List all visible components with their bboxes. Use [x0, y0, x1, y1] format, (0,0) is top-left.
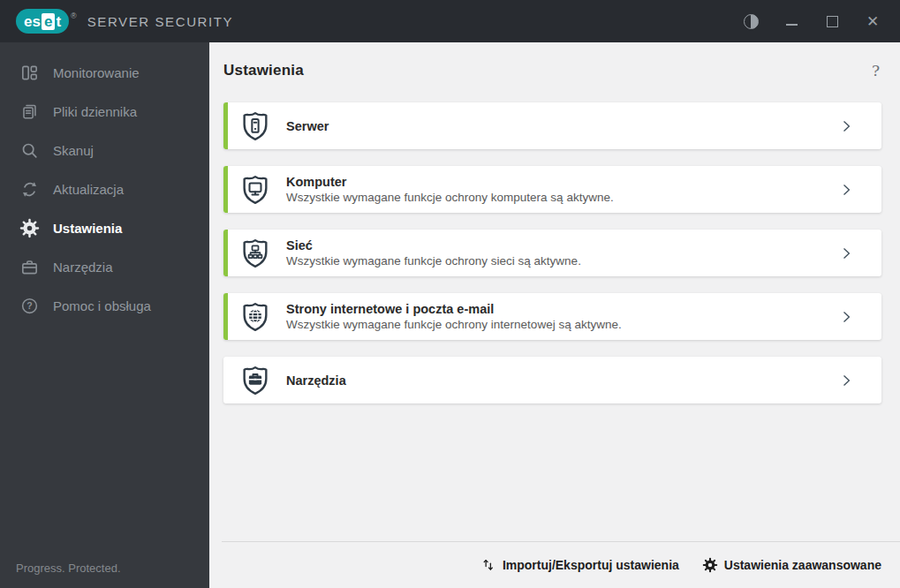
minimize-button[interactable] [780, 10, 803, 33]
shield-server-icon [238, 109, 272, 143]
sidebar-item-aktualizacja[interactable]: Aktualizacja [0, 170, 209, 208]
settings-card-serwer[interactable]: Serwer [223, 102, 881, 149]
chevron-right-icon [837, 372, 855, 389]
card-subtitle: Wszystkie wymagane funkcje ochrony sieci… [286, 254, 581, 268]
card-text: Narzędzia [286, 373, 346, 388]
maximize-button[interactable] [821, 10, 843, 33]
eset-logo: es e t ® SERVER SECURITY [16, 9, 233, 34]
card-text: Serwer [286, 119, 329, 133]
sidebar-item-narzedzia[interactable]: Narzędzia [0, 247, 209, 286]
sidebar-item-label: Pliki dziennika [53, 104, 137, 119]
logo-text-highlight: e [42, 13, 55, 30]
tagline: Progress. Protected. [16, 562, 121, 575]
sidebar-item-label: Aktualizacja [53, 182, 124, 197]
sidebar-item-label: Monitorowanie [53, 65, 140, 80]
sidebar: Monitorowanie Pliki dziennika [0, 42, 209, 588]
sidebar-item-label: Skanuj [53, 143, 94, 158]
dashboard-icon [19, 63, 40, 83]
settings-card-strony-internetowe[interactable]: Strony internetowe i poczta e-mail Wszys… [223, 293, 881, 340]
log-files-icon [19, 102, 40, 122]
card-text: Strony internetowe i poczta e-mail Wszys… [286, 302, 622, 331]
sidebar-item-pliki-dziennika[interactable]: Pliki dziennika [0, 92, 209, 131]
card-title: Strony internetowe i poczta e-mail [286, 302, 622, 316]
advanced-settings-button[interactable]: Ustawienia zaawansowane [702, 557, 881, 573]
titlebar: es e t ® SERVER SECURITY ✕ [0, 0, 900, 42]
card-title: Narzędzia [286, 373, 346, 388]
sidebar-item-pomoc-i-obsluga[interactable]: ? Pomoc i obsługa [0, 286, 209, 325]
chevron-right-icon [837, 181, 855, 199]
settings-card-komputer[interactable]: Komputer Wszystkie wymagane funkcje ochr… [223, 166, 881, 213]
shield-web-icon [238, 300, 272, 334]
help-icon[interactable]: ? [872, 62, 880, 79]
search-icon [19, 140, 40, 161]
sidebar-item-ustawienia[interactable]: Ustawienia [0, 208, 209, 247]
help-circle-icon: ? [19, 296, 40, 316]
card-subtitle: Wszystkie wymagane funkcje ochrony inter… [286, 318, 622, 331]
import-export-arrows-icon [480, 557, 496, 573]
sidebar-item-skanuj[interactable]: Skanuj [0, 131, 209, 170]
svg-text:?: ? [26, 300, 32, 311]
sidebar-item-monitorowanie[interactable]: Monitorowanie [0, 53, 209, 92]
import-export-settings-button[interactable]: Importuj/Eksportuj ustawienia [480, 557, 679, 573]
logo-text: t [56, 14, 61, 29]
shield-tools-icon [238, 364, 272, 397]
eset-logo-pill: es e t [16, 9, 69, 34]
sidebar-item-label: Narzędzia [53, 260, 113, 275]
app-window: es e t ® SERVER SECURITY ✕ [0, 0, 900, 588]
contrast-toggle-icon[interactable] [739, 10, 762, 33]
gear-icon [702, 557, 718, 573]
close-button[interactable]: ✕ [861, 10, 884, 33]
chevron-right-icon [837, 245, 855, 262]
card-title: Serwer [286, 119, 329, 133]
page-title: Ustawienia [223, 62, 304, 79]
card-text: Komputer Wszystkie wymagane funkcje ochr… [286, 175, 614, 204]
settings-card-list: Serwer [209, 99, 900, 420]
registered-mark: ® [71, 11, 77, 20]
shield-computer-icon [238, 173, 272, 207]
card-text: Sieć Wszystkie wymagane funkcje ochrony … [286, 238, 581, 268]
main-footer: Importuj/Eksportuj ustawienia [209, 542, 900, 588]
chevron-right-icon [837, 308, 855, 326]
import-export-settings-label: Importuj/Eksportuj ustawienia [503, 558, 679, 572]
product-name: SERVER SECURITY [87, 14, 233, 29]
briefcase-icon [19, 257, 40, 277]
settings-card-siec[interactable]: Sieć Wszystkie wymagane funkcje ochrony … [223, 230, 881, 276]
main-header: Ustawienia ? [209, 42, 900, 99]
logo-text: es [24, 14, 41, 29]
sidebar-item-label: Pomoc i obsługa [53, 298, 151, 313]
advanced-settings-label: Ustawienia zaawansowane [724, 558, 881, 572]
settings-card-narzedzia[interactable]: Narzędzia [223, 357, 881, 403]
window-controls: ✕ [739, 10, 884, 33]
main-panel: Ustawienia ? [209, 42, 900, 588]
sidebar-item-label: Ustawienia [53, 221, 122, 236]
card-title: Komputer [286, 175, 614, 189]
card-title: Sieć [286, 238, 581, 253]
refresh-icon [19, 179, 40, 200]
card-subtitle: Wszystkie wymagane funkcje ochrony kompu… [286, 191, 614, 204]
shield-network-icon [238, 237, 272, 270]
chevron-right-icon [837, 117, 855, 135]
gear-icon [19, 218, 40, 238]
